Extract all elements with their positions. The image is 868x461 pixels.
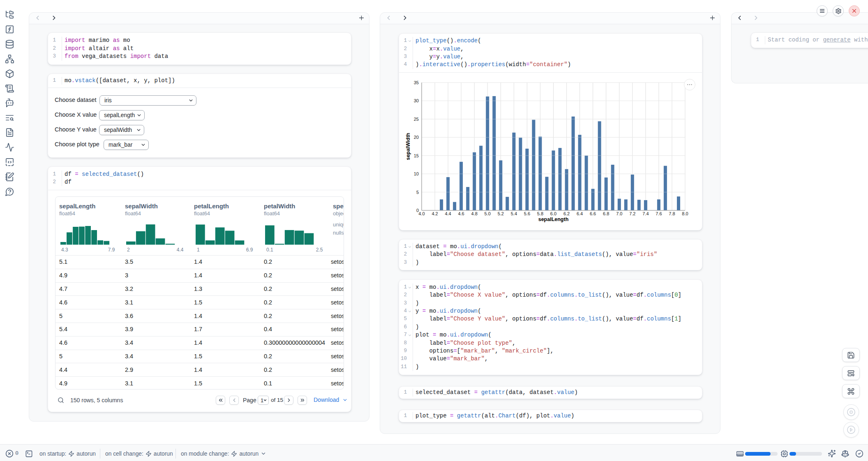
svg-text:6.4: 6.4 (577, 211, 583, 216)
svg-text:5: 5 (416, 190, 419, 195)
svg-text:5.8: 5.8 (537, 211, 543, 216)
svg-text:4.2: 4.2 (432, 211, 438, 216)
svg-text:20: 20 (414, 135, 419, 140)
svg-text:5.4: 5.4 (511, 211, 517, 216)
svg-text:30: 30 (414, 98, 419, 103)
svg-text:10: 10 (414, 171, 419, 176)
svg-text:25: 25 (414, 117, 419, 122)
svg-text:4.0: 4.0 (418, 211, 425, 216)
svg-text:4.8: 4.8 (471, 211, 478, 216)
svg-text:6.6: 6.6 (590, 211, 596, 216)
svg-text:sepalWidth: sepalWidth (405, 133, 411, 160)
svg-text:5.6: 5.6 (524, 211, 530, 216)
svg-text:15: 15 (414, 153, 419, 158)
svg-text:7.2: 7.2 (629, 211, 635, 216)
svg-text:7.0: 7.0 (616, 211, 622, 216)
svg-text:4.6: 4.6 (458, 211, 464, 216)
svg-text:6.2: 6.2 (563, 211, 570, 216)
svg-text:6.0: 6.0 (550, 211, 556, 216)
svg-text:6.8: 6.8 (603, 211, 609, 216)
svg-text:7.4: 7.4 (642, 211, 649, 216)
svg-text:7.6: 7.6 (656, 211, 662, 216)
svg-text:5.2: 5.2 (498, 211, 504, 216)
svg-text:35: 35 (414, 80, 419, 85)
svg-text:8.0: 8.0 (682, 211, 688, 216)
svg-text:5.0: 5.0 (485, 211, 491, 216)
svg-text:7.8: 7.8 (669, 211, 675, 216)
svg-text:sepalLength: sepalLength (538, 217, 569, 222)
svg-text:4.4: 4.4 (445, 211, 451, 216)
